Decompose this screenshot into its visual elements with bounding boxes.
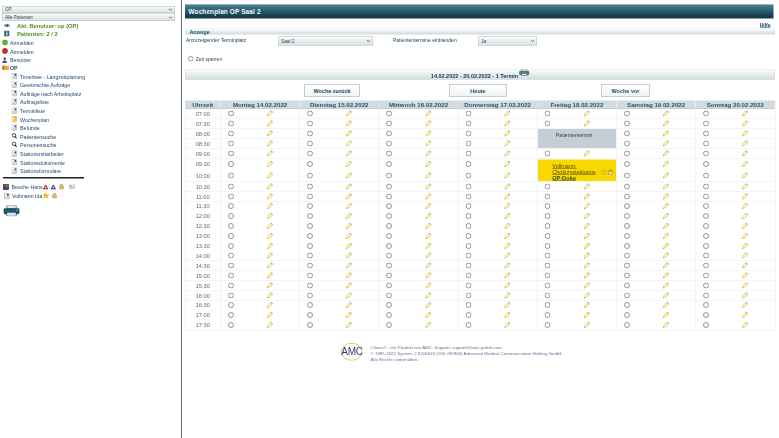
svg-text:AMC: AMC: [341, 346, 363, 357]
